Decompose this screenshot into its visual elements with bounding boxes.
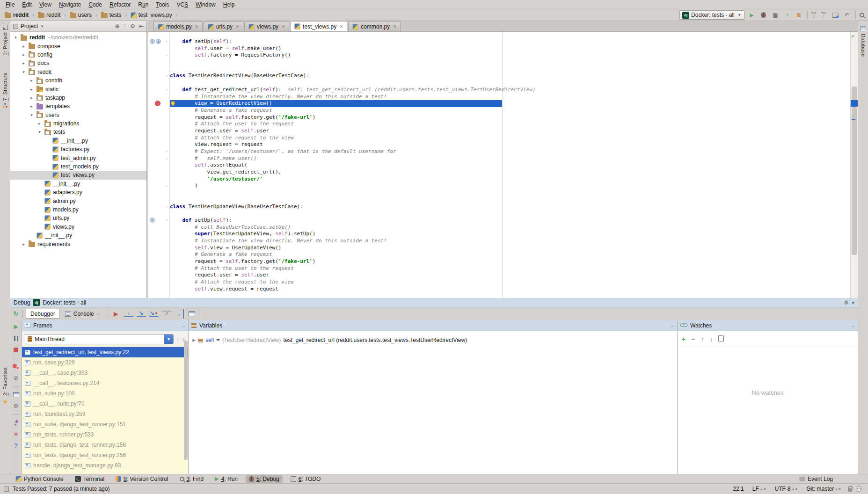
toolwindow-button-event-log[interactable]: Event Log: [796, 475, 836, 483]
chevron-down-icon[interactable]: ▼: [40, 24, 44, 29]
tree-expand-arrow[interactable]: ▾: [29, 113, 34, 117]
code-line[interactable]: # Attach the request to the view: [170, 279, 850, 286]
override-up-icon[interactable]: ↑: [150, 39, 155, 44]
hide-toolwindow-icon[interactable]: ▾: [852, 299, 854, 306]
menu-vcs[interactable]: VCS: [173, 0, 192, 9]
locate-button[interactable]: ⊕: [115, 23, 120, 29]
sidebar-item-favorites[interactable]: 2: Favorites ★: [0, 367, 10, 405]
toolwindow-button-9-version-control[interactable]: 9: Version Control: [112, 475, 171, 483]
tree-item[interactable]: test_models.py: [10, 162, 146, 171]
override-icons[interactable]: ↑: [150, 218, 155, 223]
menu-tools[interactable]: Tools: [152, 0, 173, 9]
close-icon[interactable]: ×: [340, 23, 343, 30]
code-line[interactable]: view = UserRedirectView(): [170, 100, 850, 107]
rerun-button[interactable]: ↻: [12, 310, 20, 318]
duplicate-watch-button[interactable]: [718, 335, 724, 343]
close-icon[interactable]: ×: [393, 23, 396, 30]
commit-changes-button[interactable]: VCS↑: [819, 11, 828, 19]
code-line[interactable]: [170, 189, 850, 196]
tree-item[interactable]: ▸contrib: [10, 76, 146, 85]
float-panel-icon[interactable]: →: [851, 323, 855, 328]
search-everywhere-button[interactable]: [855, 11, 864, 19]
code-line[interactable]: # Attach the user to the request: [170, 265, 850, 272]
tree-item[interactable]: ▸static: [10, 85, 146, 93]
caret-position[interactable]: 22:1: [730, 486, 746, 492]
tree-expand-arrow[interactable]: ▸: [21, 44, 26, 49]
debug-tab-debugger[interactable]: Debugger: [26, 309, 60, 319]
float-panel-icon[interactable]: →: [181, 323, 185, 328]
view-breakpoints-button[interactable]: [12, 363, 20, 370]
move-watch-down-button[interactable]: ↓: [709, 335, 713, 343]
tab-views-py[interactable]: views.py×: [244, 22, 289, 31]
code-line[interactable]: # self.make_user(): [170, 155, 850, 162]
step-into-my-code-button[interactable]: ↘∗: [149, 311, 159, 317]
toolwindow-button-5-debug[interactable]: 5: Debug: [246, 475, 283, 483]
run-to-cursor-button[interactable]: →: [175, 309, 184, 319]
step-over-button[interactable]: ↓: [124, 311, 133, 317]
menu-window[interactable]: Window: [192, 0, 219, 9]
editor-gutter[interactable]: ▿▵▿▿▿▵▵▿▿↑↓↑: [148, 32, 170, 298]
tree-item[interactable]: ▸migrations: [10, 119, 146, 128]
tree-item[interactable]: __init__.py: [10, 231, 146, 240]
code-line[interactable]: [170, 210, 850, 217]
override-down-icon[interactable]: ↓: [156, 39, 161, 44]
code-line[interactable]: self.view = UserUpdateView(): [170, 245, 850, 252]
profiler-button[interactable]: ◔: [783, 11, 791, 19]
lock-icon[interactable]: [848, 488, 852, 492]
tree-expand-arrow[interactable]: ▾: [13, 35, 18, 40]
code-line[interactable]: # call BaseUserTestCase.setUp(): [170, 224, 850, 231]
frame-row[interactable]: run, tcunittest.py:259: [22, 409, 188, 419]
fold-marker[interactable]: ▿: [164, 203, 169, 211]
tree-item[interactable]: ▸requirements: [10, 240, 146, 248]
frames-scrollbar[interactable]: [184, 341, 188, 460]
frame-row[interactable]: run_suite, django_test_runner.py:151: [22, 419, 188, 429]
tree-expand-arrow[interactable]: ▸: [37, 121, 42, 126]
menu-refactor[interactable]: Refactor: [106, 0, 134, 9]
tree-item[interactable]: ▸templates: [10, 102, 146, 110]
frame-row[interactable]: run, case.py:329: [22, 357, 188, 368]
code-line[interactable]: request = self.factory.get('/fake-url'): [170, 114, 850, 121]
move-watch-up-button[interactable]: ↑: [700, 335, 704, 343]
close-icon[interactable]: ×: [236, 23, 239, 30]
variable-row[interactable]: ▶ self = {TestUserRedirectView} test_get…: [189, 331, 677, 343]
debug-tab-console[interactable]: Console→: [61, 309, 105, 319]
breadcrumb-item[interactable]: tests: [100, 11, 122, 19]
remove-watch-button[interactable]: −: [691, 335, 695, 343]
tree-expand-arrow[interactable]: ▸: [21, 242, 26, 247]
code-line[interactable]: # Generate a fake request: [170, 251, 850, 258]
tree-expand-arrow[interactable]: ▸: [29, 95, 34, 100]
rollback-button[interactable]: ↶: [843, 11, 851, 19]
toolwindow-switcher-icon[interactable]: [4, 487, 9, 492]
menu-navigate[interactable]: Navigate: [55, 0, 85, 9]
code-line[interactable]: # Instantiate the view directly. Never d…: [170, 94, 850, 101]
hide-panel-button[interactable]: ⇤: [139, 23, 144, 29]
tree-item[interactable]: models.py: [10, 205, 146, 214]
tree-expand-arrow[interactable]: ▸: [21, 61, 26, 65]
code-line[interactable]: [170, 59, 850, 66]
tree-item[interactable]: urls.py: [10, 214, 146, 222]
tree-item[interactable]: ▸docs: [10, 59, 146, 67]
tree-item[interactable]: factories.py: [10, 145, 146, 153]
tree-item[interactable]: ▾reddit: [10, 68, 146, 76]
add-watch-button[interactable]: +: [682, 335, 686, 343]
tree-item[interactable]: test_views.py: [10, 171, 146, 179]
thread-selector[interactable]: MainThread ▼: [25, 334, 174, 344]
tab-common-py[interactable]: common.py×: [348, 22, 401, 31]
restore-layout-button[interactable]: [12, 391, 20, 398]
gear-button[interactable]: ⚙: [130, 23, 135, 29]
line-separator[interactable]: LF▲▼: [750, 486, 769, 492]
tree-expand-arrow[interactable]: ▸: [29, 104, 34, 109]
toolwindow-button-4-run[interactable]: ▶4: Run: [212, 475, 241, 483]
tree-expand-arrow[interactable]: ▾: [21, 70, 26, 74]
tree-expand-arrow[interactable]: ▸: [29, 78, 34, 83]
scrollbar-thumb[interactable]: [852, 87, 857, 255]
code-area[interactable]: def setUp(self): self.user = self.make_u…: [170, 38, 850, 292]
tree-item[interactable]: __init__.py: [10, 180, 146, 188]
code-line[interactable]: self.view.request = request: [170, 286, 850, 293]
override-icons[interactable]: ↑↓: [150, 39, 161, 44]
float-panel-icon[interactable]: →: [670, 323, 674, 328]
code-line[interactable]: # Generate a fake request: [170, 107, 850, 114]
file-encoding[interactable]: UTF-8▲▼: [772, 486, 801, 492]
code-line[interactable]: def setUp(self):: [170, 38, 850, 45]
code-line[interactable]: self.factory = RequestFactory(): [170, 52, 850, 59]
